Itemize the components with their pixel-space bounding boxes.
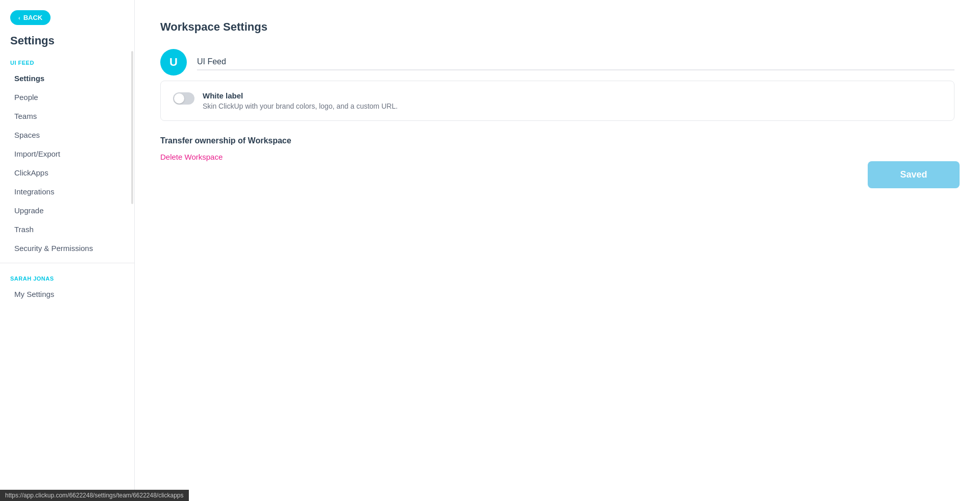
sidebar-scrollbar[interactable] [131,51,133,204]
sidebar-item-security[interactable]: Security & Permissions [4,239,130,258]
personal-section-label: SARAH JONAS [0,268,134,285]
workspace-section-label: UI FEED [0,53,134,69]
delete-workspace-link[interactable]: Delete Workspace [160,153,223,161]
toggle-knob [174,93,184,104]
sidebar-item-trash[interactable]: Trash [4,220,130,239]
page-title: Workspace Settings [160,20,954,34]
workspace-name-row: U [160,49,954,76]
saved-button[interactable]: Saved [868,161,960,188]
sidebar-item-people[interactable]: People [4,88,130,107]
status-bar: https://app.clickup.com/6622248/settings… [0,490,189,501]
sidebar-divider [0,263,134,263]
chevron-left-icon: ‹ [18,15,20,21]
sidebar: ‹ BACK Settings UI FEED Settings People … [0,0,135,501]
sidebar-item-clickapps[interactable]: ClickApps [4,163,130,182]
transfer-section: Transfer ownership of Workspace [160,136,954,145]
sidebar-item-spaces[interactable]: Spaces [4,126,130,144]
white-label-toggle-wrapper [173,92,194,105]
workspace-avatar: U [160,49,187,76]
sidebar-item-settings[interactable]: Settings [4,69,130,88]
sidebar-item-upgrade[interactable]: Upgrade [4,201,130,220]
white-label-title: White label [203,91,398,100]
sidebar-title: Settings [0,25,134,53]
white-label-content: White label Skin ClickUp with your brand… [203,91,398,110]
sidebar-item-my-settings[interactable]: My Settings [4,285,130,304]
sidebar-item-import-export[interactable]: Import/Export [4,144,130,163]
back-button[interactable]: ‹ BACK [10,10,51,25]
main-content: Workspace Settings U White label Skin Cl… [135,0,980,501]
sidebar-item-teams[interactable]: Teams [4,107,130,126]
white-label-description: Skin ClickUp with your brand colors, log… [203,102,398,110]
transfer-heading: Transfer ownership of Workspace [160,136,954,145]
white-label-toggle[interactable] [173,92,194,105]
white-label-card: White label Skin ClickUp with your brand… [160,81,954,121]
sidebar-item-integrations[interactable]: Integrations [4,182,130,201]
workspace-name-input[interactable] [197,54,954,70]
